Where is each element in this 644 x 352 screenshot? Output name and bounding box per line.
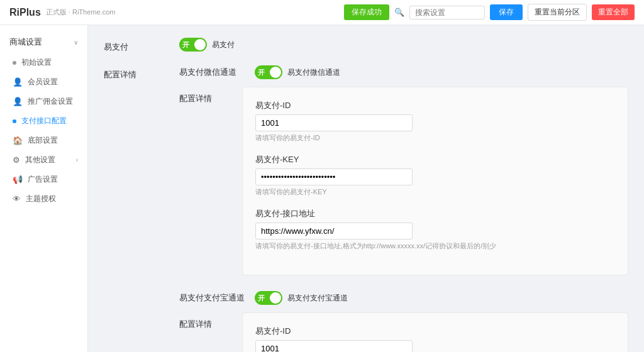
channel-toggle-label-alipay: 易支付支付宝通道 <box>287 293 348 304</box>
ads-icon: 📢 <box>13 175 23 184</box>
channel-toggle-wechat[interactable]: 开 <box>255 65 282 79</box>
sidebar-group-commercial[interactable]: 商城设置 ∨ <box>0 31 87 53</box>
sidebar-item-label: 主题授权 <box>26 194 56 204</box>
config-details-label: 配置详情 <box>104 65 179 80</box>
channel-header-alipay: 易支付支付宝通道开易支付支付宝通道 <box>179 291 628 305</box>
sidebar-item-label: 支付接口配置 <box>21 116 67 126</box>
dot-icon <box>13 61 16 65</box>
chevron-down-icon: ∨ <box>74 39 78 46</box>
yizhifu-toggle-wrap: 开 易支付 <box>179 38 628 52</box>
field-row-alipay-id: 易支付-ID请填写你的易支付-ID <box>255 326 615 352</box>
yizhifu-label: 易支付 <box>104 38 179 53</box>
sidebar-item-label: 广告设置 <box>28 174 58 185</box>
header-right: 保存成功 🔍 保存 重置当前分区 重置全部 <box>344 4 635 21</box>
layout: 商城设置 ∨ 初始设置 👤 会员设置 👤 推广佣金设置 支付接口配置 🏠 底部设… <box>0 25 644 352</box>
theme-icon: 👁 <box>13 194 21 204</box>
save-success-button[interactable]: 保存成功 <box>344 4 389 20</box>
sidebar-item-promoter[interactable]: 👤 推广佣金设置 <box>0 92 87 111</box>
field-label-alipay-id: 易支付-ID <box>255 326 615 337</box>
field-input-wechat-id[interactable] <box>255 114 413 131</box>
field-input-wechat-key[interactable] <box>255 168 413 185</box>
dot-icon <box>13 119 16 123</box>
logo-subtitle: 正式版 · RiTheme.com <box>46 8 116 17</box>
toggle-knob <box>194 39 206 50</box>
yizhifu-section: 易支付 开 易支付 <box>104 38 628 53</box>
main-content: 易支付 开 易支付 配置详情 易支付微信通道开易支付微信通道配置详情易支付-ID… <box>88 25 644 352</box>
sidebar-item-label: 初始设置 <box>21 57 52 68</box>
config-details-section: 配置详情 易支付微信通道开易支付微信通道配置详情易支付-ID请填写你的易支付-I… <box>104 65 628 352</box>
toggle-knob <box>270 292 281 304</box>
toggle-on-label: 开 <box>258 294 265 303</box>
chevron-right-icon: › <box>76 157 78 163</box>
header-left: RiPlus 正式版 · RiTheme.com <box>9 7 115 18</box>
config-card-wechat: 易支付-ID请填写你的易支付-ID易支付-KEY请填写你的易支付-KEY易支付-… <box>242 87 628 275</box>
toggle-on-text: 开 <box>182 40 189 50</box>
sidebar-item-ads[interactable]: 📢 广告设置 <box>0 170 87 189</box>
field-row-wechat-key: 易支付-KEY请填写你的易支付-KEY <box>255 154 615 197</box>
config-row-alipay: 配置详情易支付-ID请填写你的易支付-ID易支付-KEY请填写你的易支付-KEY… <box>179 312 628 352</box>
field-label-wechat-id: 易支付-ID <box>255 100 615 111</box>
reset-all-button[interactable]: 重置全部 <box>592 4 635 20</box>
save-button[interactable]: 保存 <box>490 4 523 20</box>
channels-container: 易支付微信通道开易支付微信通道配置详情易支付-ID请填写你的易支付-ID易支付-… <box>179 65 628 352</box>
channel-header-wechat: 易支付微信通道开易支付微信通道 <box>179 65 628 79</box>
header: RiPlus 正式版 · RiTheme.com 保存成功 🔍 保存 重置当前分… <box>0 0 644 25</box>
field-input-wechat-url[interactable] <box>255 223 413 239</box>
config-label-wechat: 配置详情 <box>179 87 242 104</box>
sidebar-item-payment[interactable]: 支付接口配置 <box>0 111 87 131</box>
channel-title-wechat: 易支付微信通道 <box>179 67 255 78</box>
search-input[interactable] <box>409 6 485 19</box>
channel-block-alipay: 易支付支付宝通道开易支付支付宝通道配置详情易支付-ID请填写你的易支付-ID易支… <box>179 291 628 352</box>
field-hint-wechat-id: 请填写你的易支付-ID <box>255 133 615 143</box>
field-row-wechat-id: 易支付-ID请填写你的易支付-ID <box>255 100 615 143</box>
field-row-wechat-url: 易支付-接口地址请填写你的易支付-接口地址,格式为http://www.xxxx… <box>255 208 615 251</box>
toggle-knob <box>270 67 281 78</box>
config-row-wechat: 配置详情易支付-ID请填写你的易支付-ID易支付-KEY请填写你的易支付-KEY… <box>179 87 628 275</box>
sidebar-item-initial[interactable]: 初始设置 <box>0 53 87 72</box>
sidebar-item-theme[interactable]: 👁 主题授权 <box>0 189 87 209</box>
member-icon: 👤 <box>13 77 23 87</box>
sidebar-item-label: 底部设置 <box>28 135 58 146</box>
search-icon: 🔍 <box>394 8 404 17</box>
field-label-wechat-url: 易支付-接口地址 <box>255 208 615 219</box>
sidebar-group-label: 商城设置 <box>9 36 42 48</box>
yizhifu-toggle[interactable]: 开 <box>179 38 207 52</box>
sidebar-item-shop[interactable]: 🏠 底部设置 <box>0 131 87 150</box>
channel-toggle-alipay[interactable]: 开 <box>255 291 282 305</box>
field-label-wechat-key: 易支付-KEY <box>255 154 615 165</box>
channel-title-alipay: 易支付支付宝通道 <box>179 292 255 304</box>
yizhifu-toggle-label: 易支付 <box>212 40 235 50</box>
sidebar-item-other[interactable]: ⚙ 其他设置 › <box>0 150 87 170</box>
sidebar-item-member[interactable]: 👤 会员设置 <box>0 72 87 92</box>
channel-block-wechat: 易支付微信通道开易支付微信通道配置详情易支付-ID请填写你的易支付-ID易支付-… <box>179 65 628 275</box>
channel-toggle-label-wechat: 易支付微信通道 <box>287 67 340 78</box>
toggle-on-label: 开 <box>258 68 265 77</box>
shop-icon: 🏠 <box>13 136 23 145</box>
config-label-alipay: 配置详情 <box>179 312 242 330</box>
reset-section-button[interactable]: 重置当前分区 <box>528 4 587 21</box>
sidebar-item-label: 其他设置 <box>25 155 55 165</box>
field-hint-wechat-key: 请填写你的易支付-KEY <box>255 187 615 197</box>
channels-content: 易支付微信通道开易支付微信通道配置详情易支付-ID请填写你的易支付-ID易支付-… <box>179 65 628 352</box>
sidebar-item-label: 会员设置 <box>28 77 58 87</box>
config-card-alipay: 易支付-ID请填写你的易支付-ID易支付-KEY请填写你的易支付-KEY易支付-… <box>242 312 628 352</box>
logo: RiPlus <box>9 7 41 18</box>
field-input-alipay-id[interactable] <box>255 340 413 352</box>
other-icon: ⚙ <box>13 155 20 165</box>
sidebar-item-label: 推广佣金设置 <box>28 96 73 107</box>
promoter-icon: 👤 <box>13 97 23 106</box>
sidebar: 商城设置 ∨ 初始设置 👤 会员设置 👤 推广佣金设置 支付接口配置 🏠 底部设… <box>0 25 88 352</box>
field-hint-wechat-url: 请填写你的易支付-接口地址,格式为http://www.xxxxx.xx/记得协… <box>255 241 615 251</box>
